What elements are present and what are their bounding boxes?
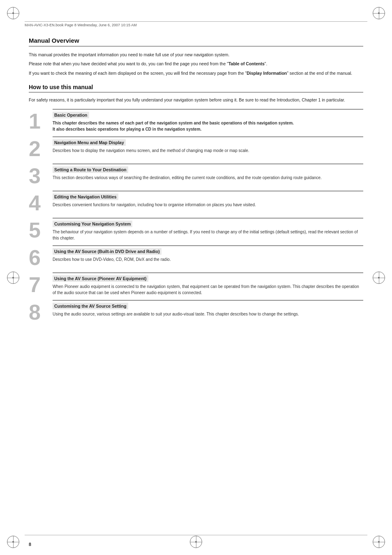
section2-title: How to use this manual bbox=[29, 84, 363, 92]
chapter-title-7: Using the AV Source (Pioneer AV Equipmen… bbox=[53, 275, 148, 282]
chapter-desc-8: Using the audio source, various settings… bbox=[53, 311, 363, 317]
chapter-desc-2: Describes how to display the navigation … bbox=[53, 147, 363, 154]
reg-mark-ml bbox=[7, 272, 19, 283]
chapter-item-1: 1 Basic Operation This chapter describes… bbox=[29, 109, 363, 132]
chapter-item-7: 7 Using the AV Source (Pioneer AV Equipm… bbox=[29, 272, 363, 296]
chapter-title-1: Basic Operation bbox=[53, 112, 89, 118]
chapter-desc-7: When Pioneer audio equipment is connecte… bbox=[53, 283, 363, 296]
chapter-number-2: 2 bbox=[29, 136, 50, 159]
chapter-item-5: 5 Customising Your Navigation System The… bbox=[29, 218, 363, 241]
chapter-title-6: Using the AV Source (Built-in DVD Drive … bbox=[53, 248, 161, 255]
file-info-text: MAN-AVIC-X3-EN.book Page 8 Wednesday, Ju… bbox=[25, 23, 137, 27]
chapter-title-4: Editing the Navigation Utilities bbox=[53, 193, 118, 200]
chapter-item-6: 6 Using the AV Source (Built-in DVD Driv… bbox=[29, 245, 363, 268]
chapter-desc-1: This chapter describes the names of each… bbox=[53, 120, 363, 132]
section1-para2: Please note that when you have decided w… bbox=[29, 60, 363, 67]
section1-para1: This manual provides the important infor… bbox=[29, 51, 363, 58]
chapter-number-7: 7 bbox=[29, 272, 50, 295]
chapter-number-5: 5 bbox=[29, 218, 50, 241]
chapter-desc-3: This section describes various ways of s… bbox=[53, 175, 363, 181]
chapter-item-4: 4 Editing the Navigation Utilities Descr… bbox=[29, 191, 363, 214]
chapter-content-1: Basic Operation This chapter describes t… bbox=[53, 109, 363, 132]
chapter-number-4: 4 bbox=[29, 191, 50, 214]
chapter-number-3: 3 bbox=[29, 164, 50, 187]
chapter-item-3: 3 Setting a Route to Your Destination Th… bbox=[29, 164, 363, 187]
reg-mark-mr bbox=[373, 272, 385, 283]
chapter-content-7: Using the AV Source (Pioneer AV Equipmen… bbox=[53, 272, 363, 296]
chapter-number-8: 8 bbox=[29, 300, 50, 323]
chapter-list: 1 Basic Operation This chapter describes… bbox=[29, 109, 363, 323]
chapter-content-5: Customising Your Navigation System The b… bbox=[53, 218, 363, 241]
chapter-number-6: 6 bbox=[29, 245, 50, 268]
reg-mark-bm bbox=[190, 536, 202, 548]
chapter-item-8: 8 Customising the AV Source Setting Usin… bbox=[29, 300, 363, 323]
chapter-desc-6: Describes how to use DVD-Video, CD, ROM,… bbox=[53, 256, 363, 263]
reg-mark-bl bbox=[7, 536, 19, 548]
chapter-title-2: Navigation Menu and Map Display bbox=[53, 139, 126, 146]
section2-intro: For safety reasons, it is particularly i… bbox=[29, 97, 363, 103]
section-how-to-use: How to use this manual For safety reason… bbox=[29, 84, 363, 323]
chapter-content-8: Customising the AV Source Setting Using … bbox=[53, 300, 363, 317]
chapter-desc-4: Describes convenient functions for navig… bbox=[53, 202, 363, 208]
chapter-content-2: Navigation Menu and Map Display Describe… bbox=[53, 136, 363, 154]
main-content: Manual Overview This manual provides the… bbox=[29, 37, 363, 530]
reg-mark-tl bbox=[7, 7, 19, 19]
chapter-title-3: Setting a Route to Your Destination bbox=[53, 166, 128, 173]
chapter-number-1: 1 bbox=[29, 109, 50, 132]
bottom-border bbox=[25, 535, 367, 535]
section-manual-overview: Manual Overview This manual provides the… bbox=[29, 37, 363, 76]
chapter-title-8: Customising the AV Source Setting bbox=[53, 303, 128, 309]
section1-para3: If you want to check the meaning of each… bbox=[29, 70, 363, 76]
chapter-title-5: Customising Your Navigation System bbox=[53, 221, 132, 227]
file-info-bar: MAN-AVIC-X3-EN.book Page 8 Wednesday, Ju… bbox=[25, 21, 367, 27]
section1-title: Manual Overview bbox=[29, 37, 363, 46]
chapter-desc-5: The behaviour of your navigation system … bbox=[53, 229, 363, 241]
chapter-content-6: Using the AV Source (Built-in DVD Drive … bbox=[53, 245, 363, 263]
chapter-item-2: 2 Navigation Menu and Map Display Descri… bbox=[29, 136, 363, 159]
chapter-content-3: Setting a Route to Your Destination This… bbox=[53, 164, 363, 181]
chapter-content-4: Editing the Navigation Utilities Describ… bbox=[53, 191, 363, 208]
page: MAN-AVIC-X3-EN.book Page 8 Wednesday, Ju… bbox=[0, 0, 392, 555]
page-number: 8 bbox=[29, 542, 31, 547]
reg-mark-br bbox=[373, 536, 385, 548]
reg-mark-tr bbox=[373, 7, 385, 19]
